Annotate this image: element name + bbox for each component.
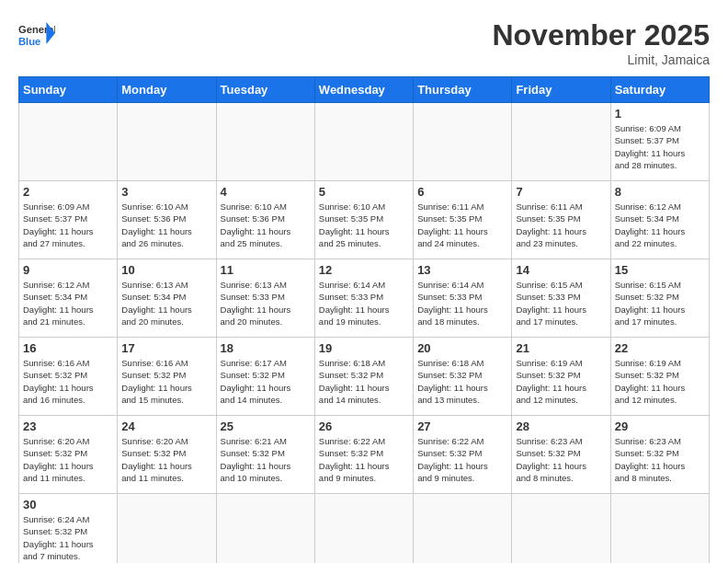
header-tuesday: Tuesday: [216, 77, 314, 103]
day-7: 7 Sunrise: 6:11 AMSunset: 5:35 PMDayligh…: [512, 181, 610, 259]
day-2: 2 Sunrise: 6:09 AMSunset: 5:37 PMDayligh…: [19, 181, 118, 259]
calendar-row-4: 16 Sunrise: 6:16 AMSunset: 5:32 PMDaylig…: [19, 338, 710, 416]
empty-cell: [414, 494, 512, 564]
day-4: 4 Sunrise: 6:10 AMSunset: 5:36 PMDayligh…: [216, 181, 314, 259]
empty-cell: [118, 103, 216, 181]
calendar-row-3: 9 Sunrise: 6:12 AMSunset: 5:34 PMDayligh…: [19, 259, 710, 338]
day-26: 26 Sunrise: 6:22 AMSunset: 5:32 PMDaylig…: [314, 416, 413, 494]
header-saturday: Saturday: [610, 77, 709, 103]
empty-cell: [216, 494, 314, 564]
empty-cell: [512, 494, 610, 564]
day-12: 12 Sunrise: 6:14 AMSunset: 5:33 PMDaylig…: [314, 259, 413, 338]
day-9: 9 Sunrise: 6:12 AMSunset: 5:34 PMDayligh…: [19, 259, 118, 338]
day-23: 23 Sunrise: 6:20 AMSunset: 5:32 PMDaylig…: [19, 416, 118, 494]
day-13: 13 Sunrise: 6:14 AMSunset: 5:33 PMDaylig…: [414, 259, 512, 338]
day-29: 29 Sunrise: 6:23 AMSunset: 5:32 PMDaylig…: [610, 416, 709, 494]
svg-text:Blue: Blue: [18, 36, 40, 47]
calendar-row-1: 1 Sunrise: 6:09 AMSunset: 5:37 PMDayligh…: [19, 103, 710, 181]
day-17: 17 Sunrise: 6:16 AMSunset: 5:32 PMDaylig…: [118, 338, 216, 416]
empty-cell: [216, 103, 314, 181]
day-number-1: 1: [615, 107, 705, 121]
logo: General Blue: [18, 18, 55, 55]
calendar-table: Sunday Monday Tuesday Wednesday Thursday…: [18, 76, 710, 563]
logo-icon: General Blue: [18, 18, 55, 55]
location: Limit, Jamaica: [492, 52, 710, 67]
title-block: November 2025 Limit, Jamaica: [492, 18, 710, 67]
day-22: 22 Sunrise: 6:19 AMSunset: 5:32 PMDaylig…: [610, 338, 709, 416]
empty-cell: [314, 103, 413, 181]
weekday-header-row: Sunday Monday Tuesday Wednesday Thursday…: [19, 77, 710, 103]
day-19: 19 Sunrise: 6:18 AMSunset: 5:32 PMDaylig…: [314, 338, 413, 416]
header-thursday: Thursday: [414, 77, 512, 103]
page-header: General Blue November 2025 Limit, Jamaic…: [18, 18, 710, 67]
day-16: 16 Sunrise: 6:16 AMSunset: 5:32 PMDaylig…: [19, 338, 118, 416]
header-wednesday: Wednesday: [314, 77, 413, 103]
day-10: 10 Sunrise: 6:13 AMSunset: 5:34 PMDaylig…: [118, 259, 216, 338]
header-monday: Monday: [118, 77, 216, 103]
day-info-1: Sunrise: 6:09 AMSunset: 5:37 PMDaylight:…: [615, 122, 705, 171]
day-20: 20 Sunrise: 6:18 AMSunset: 5:32 PMDaylig…: [414, 338, 512, 416]
day-27: 27 Sunrise: 6:22 AMSunset: 5:32 PMDaylig…: [414, 416, 512, 494]
calendar-row-2: 2 Sunrise: 6:09 AMSunset: 5:37 PMDayligh…: [19, 181, 710, 259]
empty-cell: [610, 494, 709, 564]
day-30: 30 Sunrise: 6:24 AMSunset: 5:32 PMDaylig…: [19, 494, 118, 564]
day-6: 6 Sunrise: 6:11 AMSunset: 5:35 PMDayligh…: [414, 181, 512, 259]
empty-cell: [512, 103, 610, 181]
day-11: 11 Sunrise: 6:13 AMSunset: 5:33 PMDaylig…: [216, 259, 314, 338]
day-15: 15 Sunrise: 6:15 AMSunset: 5:32 PMDaylig…: [610, 259, 709, 338]
month-title: November 2025: [492, 18, 710, 52]
calendar-row-6: 30 Sunrise: 6:24 AMSunset: 5:32 PMDaylig…: [19, 494, 710, 564]
empty-cell: [314, 494, 413, 564]
day-14: 14 Sunrise: 6:15 AMSunset: 5:33 PMDaylig…: [512, 259, 610, 338]
empty-cell: [118, 494, 216, 564]
empty-cell: [414, 103, 512, 181]
header-sunday: Sunday: [19, 77, 118, 103]
day-5: 5 Sunrise: 6:10 AMSunset: 5:35 PMDayligh…: [314, 181, 413, 259]
day-18: 18 Sunrise: 6:17 AMSunset: 5:32 PMDaylig…: [216, 338, 314, 416]
day-21: 21 Sunrise: 6:19 AMSunset: 5:32 PMDaylig…: [512, 338, 610, 416]
header-friday: Friday: [512, 77, 610, 103]
day-3: 3 Sunrise: 6:10 AMSunset: 5:36 PMDayligh…: [118, 181, 216, 259]
day-1: 1 Sunrise: 6:09 AMSunset: 5:37 PMDayligh…: [610, 103, 709, 181]
day-8: 8 Sunrise: 6:12 AMSunset: 5:34 PMDayligh…: [610, 181, 709, 259]
day-28: 28 Sunrise: 6:23 AMSunset: 5:32 PMDaylig…: [512, 416, 610, 494]
calendar-row-5: 23 Sunrise: 6:20 AMSunset: 5:32 PMDaylig…: [19, 416, 710, 494]
day-24: 24 Sunrise: 6:20 AMSunset: 5:32 PMDaylig…: [118, 416, 216, 494]
day-25: 25 Sunrise: 6:21 AMSunset: 5:32 PMDaylig…: [216, 416, 314, 494]
empty-cell: [19, 103, 118, 181]
